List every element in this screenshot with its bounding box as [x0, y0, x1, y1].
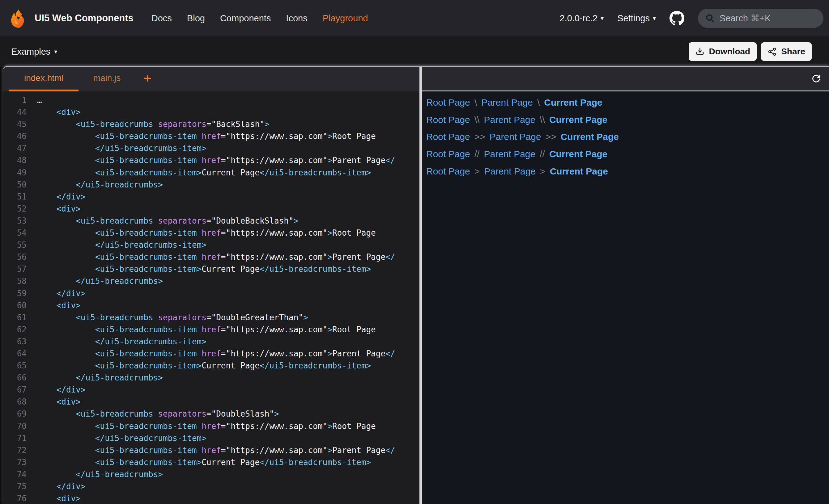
search-icon — [705, 13, 715, 24]
code-line: 55</ui5-breadcrumbs-item> — [2, 239, 420, 251]
breadcrumb-link[interactable]: Root Page — [426, 149, 470, 159]
breadcrumb-current: Current Page — [544, 97, 602, 108]
breadcrumb-link[interactable]: Parent Page — [490, 131, 541, 142]
line-number: 60 — [2, 300, 27, 312]
code-line: 49<ui5-breadcrumbs-item>Current Page</ui… — [2, 167, 420, 179]
line-number: 67 — [2, 384, 27, 396]
editor-tabbar: index.htmlmain.js + — [2, 67, 420, 91]
nav-components[interactable]: Components — [220, 13, 271, 24]
code-line: 72<ui5-breadcrumbs-item href="https://ww… — [2, 444, 420, 457]
code-line: 56<ui5-breadcrumbs-item href="https://ww… — [2, 251, 420, 263]
chevron-down-icon: ▾ — [54, 48, 57, 55]
code-line: 66</ui5-breadcrumbs> — [2, 372, 420, 384]
code-line: 54<ui5-breadcrumbs-item href="https://ww… — [2, 227, 420, 239]
line-number: 56 — [2, 251, 27, 263]
breadcrumb-link[interactable]: Root Page — [426, 131, 470, 142]
breadcrumb-separator: \\ — [474, 115, 480, 125]
line-number: 65 — [2, 360, 27, 372]
share-button[interactable]: Share — [761, 42, 812, 61]
breadcrumb-current: Current Page — [549, 115, 607, 125]
breadcrumb-link[interactable]: Parent Page — [481, 97, 533, 108]
line-number: 61 — [2, 312, 27, 324]
code-lines[interactable]: 1…44<div>45<ui5-breadcrumbs separators="… — [2, 91, 420, 504]
nav-docs[interactable]: Docs — [151, 13, 172, 24]
line-number: 57 — [2, 263, 27, 275]
playground-stage: index.htmlmain.js + 1…44<div>45<ui5-brea… — [2, 66, 829, 504]
breadcrumb-link[interactable]: Root Page — [426, 166, 470, 177]
code-line: 57<ui5-breadcrumbs-item>Current Page</ui… — [2, 263, 420, 275]
download-button[interactable]: Download — [689, 42, 757, 61]
code-line: 73<ui5-breadcrumbs-item>Current Page</ui… — [2, 457, 420, 468]
line-number: 72 — [2, 444, 27, 457]
code-line: 53<ui5-breadcrumbs separators="DoubleBac… — [2, 215, 420, 227]
ui5-phoenix-logo-icon[interactable] — [9, 8, 29, 29]
top-header: UI5 Web Components DocsBlogComponentsIco… — [0, 0, 829, 36]
main-nav: DocsBlogComponentsIconsPlayground — [151, 13, 368, 24]
line-number: 68 — [2, 396, 27, 408]
line-number: 54 — [2, 227, 27, 239]
line-number: 50 — [2, 179, 27, 191]
line-number: 46 — [2, 130, 27, 142]
breadcrumb-link[interactable]: Parent Page — [484, 166, 536, 177]
code-line: 67</div> — [2, 384, 420, 396]
preview-toolbar — [422, 67, 829, 91]
line-number: 73 — [2, 457, 27, 468]
breadcrumb-separator: \\ — [540, 115, 545, 125]
share-label: Share — [781, 47, 805, 56]
breadcrumb-separator: > — [540, 166, 546, 177]
breadcrumb-link[interactable]: Root Page — [426, 115, 470, 125]
code-line: 71</ui5-breadcrumbs-item> — [2, 432, 420, 444]
breadcrumb-current: Current Page — [549, 149, 607, 159]
github-icon[interactable] — [670, 11, 684, 26]
code-line: 50</ui5-breadcrumbs> — [2, 179, 420, 191]
code-line: 58</ui5-breadcrumbs> — [2, 275, 420, 287]
code-line: 51</div> — [2, 191, 420, 203]
code-line: 76<div> — [2, 493, 420, 504]
version-dropdown[interactable]: 2.0.0-rc.2 ▾ — [560, 13, 604, 24]
tab-index.html[interactable]: index.html — [9, 67, 78, 91]
code-line: 45<ui5-breadcrumbs separators="BackSlash… — [2, 118, 420, 130]
chevron-down-icon: ▾ — [601, 14, 604, 22]
header-right: 2.0.0-rc.2 ▾ Settings ▾ — [560, 9, 823, 28]
breadcrumbs-row: Root Page>Parent Page>Current Page — [426, 163, 829, 180]
tab-main.js[interactable]: main.js — [78, 67, 136, 91]
breadcrumb-link[interactable]: Parent Page — [484, 115, 535, 125]
breadcrumb-separator: // — [474, 149, 480, 159]
brand-title[interactable]: UI5 Web Components — [35, 13, 134, 24]
playground-toolbar: Examples ▾ Download Share — [0, 36, 829, 67]
line-number: 47 — [2, 142, 27, 154]
code-line: 59</div> — [2, 287, 420, 300]
panel-splitter[interactable] — [420, 67, 422, 504]
breadcrumb-separator: >> — [546, 131, 556, 142]
examples-label: Examples — [11, 47, 50, 57]
code-editor-panel: index.htmlmain.js + 1…44<div>45<ui5-brea… — [2, 67, 420, 504]
nav-playground[interactable]: Playground — [323, 13, 368, 24]
line-number: 51 — [2, 191, 27, 203]
code-line: 75</div> — [2, 480, 420, 493]
line-number: 1 — [2, 94, 27, 106]
line-number: 53 — [2, 215, 27, 227]
breadcrumbs-row: Root Page>>Parent Page>>Current Page — [426, 128, 829, 146]
settings-dropdown[interactable]: Settings ▾ — [617, 13, 656, 24]
breadcrumb-link[interactable]: Parent Page — [484, 149, 535, 159]
search-input[interactable] — [720, 13, 817, 24]
breadcrumb-separator: \ — [537, 97, 540, 108]
code-line: 64<ui5-breadcrumbs-item href="https://ww… — [2, 348, 420, 360]
nav-blog[interactable]: Blog — [187, 13, 205, 24]
refresh-button[interactable] — [810, 73, 822, 85]
tab-bar: index.htmlmain.js — [9, 67, 135, 91]
examples-dropdown[interactable]: Examples ▾ — [11, 47, 57, 57]
breadcrumb-current: Current Page — [561, 131, 619, 142]
preview-panel: Root Page\Parent Page\Current PageRoot P… — [422, 67, 829, 504]
code-line: 68<div> — [2, 396, 420, 408]
line-number: 52 — [2, 203, 27, 215]
add-tab-button[interactable]: + — [143, 71, 151, 87]
toolbar-actions: Download Share — [689, 42, 812, 61]
line-number: 64 — [2, 348, 27, 360]
search-box[interactable] — [698, 9, 823, 28]
breadcrumb-link[interactable]: Root Page — [426, 97, 470, 108]
line-number: 76 — [2, 493, 27, 504]
code-line: 61<ui5-breadcrumbs separators="DoubleGre… — [2, 312, 420, 324]
code-line: 74</ui5-breadcrumbs> — [2, 468, 420, 480]
nav-icons[interactable]: Icons — [286, 13, 307, 24]
